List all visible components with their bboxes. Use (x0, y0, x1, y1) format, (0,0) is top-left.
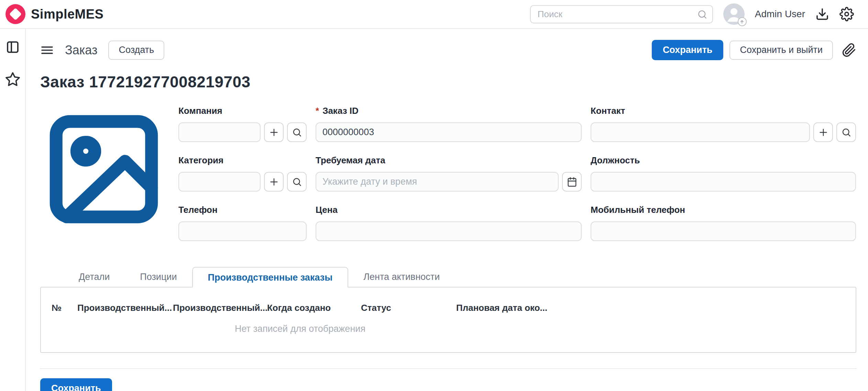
user-name: Admin User (755, 9, 805, 20)
hamburger-icon (40, 43, 54, 57)
plus-icon (268, 127, 279, 138)
topbar: SimpleMES Admin User (0, 0, 868, 29)
field-label: Заказ ID (322, 106, 359, 116)
field-contact: Контакт (591, 106, 856, 142)
column-status[interactable]: Статус (361, 303, 456, 313)
search-icon (292, 177, 302, 187)
page-title: Заказ 177219277008219703 (40, 73, 856, 91)
field-price: Цена (316, 205, 582, 241)
attachments-button[interactable] (842, 43, 856, 57)
required-date-input[interactable] (316, 172, 559, 192)
search-icon (292, 127, 302, 138)
entity-title: Заказ (65, 43, 97, 57)
download-button[interactable] (815, 7, 829, 21)
download-icon (815, 7, 829, 21)
column-planned-end-date[interactable]: Плановая дата око... (456, 303, 856, 313)
record-toolbar: Заказ Создать Сохранить Сохранить и выйт… (40, 40, 856, 60)
tab-details[interactable]: Детали (64, 267, 125, 287)
brand-logo-icon (6, 4, 25, 24)
image-placeholder-icon[interactable] (40, 106, 167, 233)
search-input[interactable] (530, 5, 713, 23)
field-label: Компания (178, 106, 307, 116)
star-icon (5, 72, 21, 87)
menu-button[interactable] (40, 43, 54, 57)
paperclip-icon (842, 43, 856, 57)
field-label: Мобильный телефон (591, 205, 856, 215)
plus-icon (268, 176, 279, 187)
brand: SimpleMES (6, 4, 103, 24)
field-company: Компания (178, 106, 307, 142)
global-search (530, 5, 713, 23)
search-icon (697, 9, 707, 20)
column-created[interactable]: Когда создано (267, 303, 361, 313)
save-and-exit-button[interactable]: Сохранить и выйти (729, 41, 833, 60)
column-production-1[interactable]: Производственный... (77, 303, 173, 313)
tab-positions[interactable]: Позиции (125, 267, 192, 287)
field-position: Должность (591, 155, 856, 192)
footer-divider (40, 368, 856, 369)
company-lookup-button[interactable] (287, 122, 307, 142)
avatar[interactable] (723, 3, 745, 25)
footer-save-button[interactable]: Сохранить (40, 378, 112, 391)
field-phone: Телефон (178, 205, 307, 241)
field-label: Требуемая дата (316, 155, 582, 166)
plus-icon (818, 127, 829, 138)
field-label: Контакт (591, 106, 856, 116)
create-button[interactable]: Создать (108, 41, 164, 60)
main-content: Заказ Создать Сохранить Сохранить и выйт… (26, 29, 868, 391)
price-input[interactable] (316, 221, 582, 241)
mobile-input[interactable] (591, 221, 856, 241)
field-label: Телефон (178, 205, 307, 215)
column-production-2[interactable]: Производственный... (173, 303, 267, 313)
position-input[interactable] (591, 172, 856, 192)
gear-icon (839, 7, 854, 21)
contact-add-button[interactable] (813, 122, 833, 142)
field-order-id: * Заказ ID (316, 106, 582, 142)
column-number[interactable]: № (52, 303, 77, 313)
tab-bar: Детали Позиции Производственные заказы Л… (40, 267, 856, 287)
field-label: Цена (316, 205, 582, 215)
company-add-button[interactable] (264, 122, 284, 142)
phone-input[interactable] (178, 221, 307, 241)
date-picker-button[interactable] (562, 172, 582, 192)
field-label: Категория (178, 155, 307, 166)
required-mark: * (316, 106, 319, 116)
empty-table-message: Нет записей для отображения (41, 324, 856, 348)
order-id-input[interactable] (316, 122, 582, 142)
brand-name: SimpleMES (31, 7, 103, 22)
contact-input[interactable] (591, 122, 810, 142)
field-mobile: Мобильный телефон (591, 205, 856, 241)
upload-photo-icon[interactable] (738, 17, 747, 26)
category-add-button[interactable] (264, 172, 284, 192)
field-label: Должность (591, 155, 856, 166)
save-button[interactable]: Сохранить (652, 40, 724, 60)
table-header: № Производственный... Производственный..… (41, 287, 856, 313)
tab-activity-feed[interactable]: Лента активности (348, 267, 455, 287)
sidebar (0, 29, 26, 391)
tab-production-orders[interactable]: Производственные заказы (192, 267, 349, 287)
settings-button[interactable] (839, 7, 854, 21)
favorite-button[interactable] (5, 72, 21, 87)
production-orders-panel: № Производственный... Производственный..… (40, 287, 856, 353)
contact-lookup-button[interactable] (836, 122, 856, 142)
search-icon (841, 127, 851, 138)
field-required-date: Требуемая дата (316, 155, 582, 192)
company-input[interactable] (178, 122, 261, 142)
panel-toggle-icon (6, 40, 20, 54)
sidebar-toggle-button[interactable] (6, 40, 20, 54)
order-form: Компания * Заказ ID (40, 106, 856, 241)
category-lookup-button[interactable] (287, 172, 307, 192)
field-category: Категория (178, 155, 307, 192)
calendar-icon (567, 177, 577, 187)
category-input[interactable] (178, 172, 261, 192)
